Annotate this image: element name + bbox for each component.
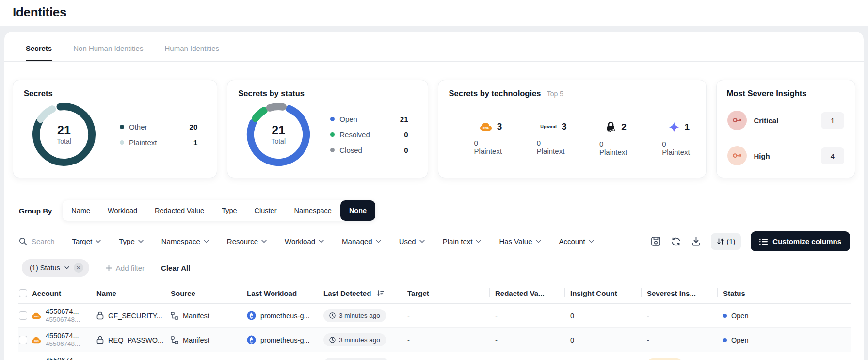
- table-row[interactable]: aws 4550674...45506748 upwind-client-...…: [18, 352, 851, 360]
- prometheus-icon: [247, 335, 256, 344]
- upwind-icon: Upwind: [540, 124, 557, 129]
- search-icon: [19, 237, 27, 245]
- status-label: Open: [731, 336, 748, 344]
- account-sub-id: 45506748...: [46, 316, 80, 324]
- tab-non-human-identities[interactable]: Non Human Identities: [73, 44, 143, 61]
- status-label: Open: [731, 312, 748, 320]
- status-donut-chart: 21 Total: [245, 101, 312, 168]
- other-dot-icon: [120, 125, 124, 129]
- group-by-bar: Group By Name Workload Redacted Value Ty…: [19, 200, 864, 221]
- clear-all-button[interactable]: Clear All: [161, 264, 190, 272]
- group-by-type[interactable]: Type: [213, 200, 245, 221]
- clock-icon: [329, 312, 336, 319]
- columns-icon: [759, 238, 768, 245]
- legend-plaintext: Plaintext 1: [120, 138, 206, 147]
- download-icon[interactable]: [691, 236, 701, 246]
- group-by-name[interactable]: Name: [63, 200, 99, 221]
- filter-account[interactable]: Account: [559, 237, 594, 245]
- filter-dropdowns: Target Type Namespace Resource Workload …: [72, 237, 594, 245]
- customize-columns-button[interactable]: Customize columns: [751, 231, 850, 251]
- filter-workload[interactable]: Workload: [285, 237, 324, 245]
- clock-icon: [329, 337, 336, 343]
- group-by-none[interactable]: None: [340, 200, 375, 221]
- prometheus-icon: [247, 311, 256, 320]
- column-last-workload[interactable]: Last Workload: [241, 284, 318, 303]
- secrets-donut-chart: 21 Total: [31, 101, 97, 168]
- column-spacer: [788, 289, 851, 299]
- insight-row-high[interactable]: High 4: [726, 139, 845, 172]
- refresh-icon[interactable]: [671, 236, 681, 247]
- tech-item-sparkle: 1 0 Plaintext: [662, 121, 695, 156]
- group-by-namespace[interactable]: Namespace: [286, 200, 340, 221]
- sparkle-icon: [668, 121, 680, 133]
- secrets-by-technologies-card: Secrets by technologies Top 5 aws 3 0 Pl…: [438, 80, 707, 178]
- filter-type[interactable]: Type: [119, 237, 144, 245]
- lock-icon: [96, 336, 104, 344]
- select-all-checkbox[interactable]: [19, 289, 27, 297]
- account-id: 4550674...: [46, 356, 79, 360]
- status-filter-chip[interactable]: (1) Status ✕: [22, 259, 89, 277]
- add-filter-button[interactable]: Add filter: [106, 264, 145, 272]
- status-total: 21: [272, 124, 285, 137]
- table-row[interactable]: aws 4550674...45506748... GF_SECURITY...…: [18, 304, 851, 328]
- filter-plain-text[interactable]: Plain text: [443, 237, 482, 245]
- secrets-table: Account Name Source Last Workload Last D…: [18, 284, 851, 360]
- search-input[interactable]: Search: [19, 237, 55, 245]
- workload-name: prometheus-g...: [260, 312, 310, 320]
- svg-text:aws: aws: [34, 315, 39, 318]
- aws-icon: aws: [32, 312, 41, 319]
- column-status[interactable]: Status: [717, 284, 788, 303]
- most-severe-insights-card: Most Severe Insights Critical 1 High 4: [716, 80, 855, 178]
- column-severest-insight[interactable]: Severest Ins...: [641, 284, 717, 303]
- severity-medium-badge: Medium: [647, 358, 683, 360]
- table-row[interactable]: aws 4550674...45506748... REQ_PASSWO... …: [18, 328, 851, 352]
- status-open-dot-icon: [723, 338, 727, 342]
- secret-name: REQ_PASSWO...: [108, 336, 163, 344]
- high-count-badge: 4: [821, 147, 844, 164]
- filter-managed[interactable]: Managed: [342, 237, 381, 245]
- tech-item-lock: 2 0 Plaintext: [599, 121, 633, 156]
- filter-actions: (1) Customize columns: [651, 231, 850, 251]
- account-id: 4550674...: [46, 331, 80, 340]
- plus-icon: [106, 265, 112, 271]
- column-last-detected[interactable]: Last Detected: [318, 284, 402, 303]
- resolved-dot-icon: [330, 132, 335, 137]
- insight-row-critical[interactable]: Critical 1: [726, 104, 845, 137]
- filter-used[interactable]: Used: [399, 237, 425, 245]
- group-by-cluster[interactable]: Cluster: [246, 200, 286, 221]
- column-insight-count[interactable]: Insight Count: [564, 284, 641, 303]
- summary-cards: Secrets 21 Total Other 2: [4, 62, 864, 178]
- tab-human-identities[interactable]: Human Identities: [164, 44, 219, 61]
- filter-namespace[interactable]: Namespace: [161, 237, 209, 245]
- filter-has-value[interactable]: Has Value: [499, 237, 541, 245]
- column-redacted-value[interactable]: Redacted Va...: [489, 284, 564, 303]
- svg-text:aws: aws: [483, 126, 489, 129]
- row-checkbox[interactable]: [19, 311, 27, 320]
- column-account[interactable]: Account: [18, 284, 91, 303]
- secrets-by-status-card: Secrets by status 21 Total: [227, 80, 428, 178]
- status-card-title: Secrets by status: [238, 89, 417, 98]
- filter-resource[interactable]: Resource: [227, 237, 267, 245]
- group-by-workload[interactable]: Workload: [99, 200, 146, 221]
- row-checkbox[interactable]: [19, 336, 27, 344]
- group-by-label: Group By: [19, 207, 52, 215]
- filter-target[interactable]: Target: [72, 237, 101, 245]
- secrets-card-title: Secrets: [24, 89, 206, 98]
- group-by-redacted-value[interactable]: Redacted Value: [146, 200, 213, 221]
- secret-name: GF_SECURITY...: [108, 312, 162, 320]
- closed-dot-icon: [330, 148, 335, 152]
- severest-insight: -: [647, 312, 649, 320]
- column-target[interactable]: Target: [402, 284, 489, 303]
- remove-filter-icon[interactable]: ✕: [74, 263, 83, 273]
- column-name[interactable]: Name: [91, 284, 165, 303]
- lock-icon: [96, 311, 104, 320]
- last-detected-pill: 3 minutes ago: [323, 333, 386, 346]
- critical-key-icon: [727, 111, 747, 130]
- svg-text:aws: aws: [34, 339, 39, 342]
- sort-button[interactable]: (1): [711, 233, 741, 250]
- tab-secrets[interactable]: Secrets: [26, 44, 52, 61]
- column-source[interactable]: Source: [165, 284, 241, 303]
- save-icon[interactable]: [651, 236, 661, 246]
- tech-item-aws: aws 3 0 Plaintext: [474, 121, 508, 156]
- insight-count: 0: [570, 312, 574, 320]
